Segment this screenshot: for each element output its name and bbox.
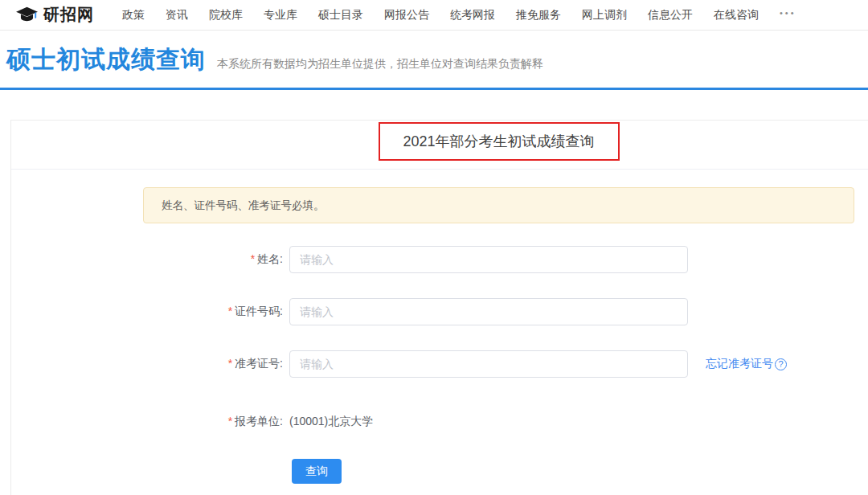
- page-subtitle: 本系统所有数据均为招生单位提供，招生单位对查询结果负责解释: [217, 57, 543, 72]
- nav-item-online-consult[interactable]: 在线咨询: [703, 8, 769, 22]
- nav-item-news[interactable]: 资讯: [155, 8, 199, 22]
- target-university-label: *报考单位:: [11, 415, 289, 429]
- name-input[interactable]: [289, 246, 688, 273]
- admission-ticket-input[interactable]: [289, 350, 688, 378]
- blue-divider: [0, 88, 868, 90]
- required-asterisk: *: [228, 357, 232, 370]
- logo-text: 研招网: [43, 4, 94, 26]
- form-row-id-number: *证件号码:: [11, 298, 868, 325]
- query-card: 2021年部分考生初试成绩查询 姓名、证件号码、准考证号必填。 *姓名: *证件…: [10, 120, 868, 495]
- form-row-admission-ticket: *准考证号: 忘记准考证号?: [11, 350, 868, 378]
- question-mark-icon: ?: [775, 358, 787, 370]
- nav-item-exempt-service[interactable]: 推免服务: [506, 8, 571, 22]
- page-header: 硕士初试成绩查询 本系统所有数据均为招生单位提供，招生单位对查询结果负责解释: [0, 31, 868, 88]
- graduation-cap-icon: [16, 6, 38, 23]
- nav-menu: 政策 资讯 院校库 专业库 硕士目录 网报公告 统考网报 推免服务 网上调剂 信…: [112, 8, 807, 22]
- site-logo[interactable]: 研招网: [16, 4, 94, 26]
- admission-ticket-label: *准考证号:: [11, 357, 289, 371]
- name-label: *姓名:: [11, 252, 289, 267]
- required-asterisk: *: [228, 415, 232, 428]
- form-row-name: *姓名:: [11, 246, 868, 273]
- forgot-ticket-link[interactable]: 忘记准考证号?: [706, 357, 787, 371]
- required-asterisk: *: [251, 252, 255, 265]
- notice-text: 姓名、证件号码、准考证号必填。: [162, 198, 325, 213]
- target-university-value: (10001)北京大学: [289, 415, 373, 429]
- nav-item-unified-exam-report[interactable]: 统考网报: [440, 8, 506, 22]
- red-annotation-box: 2021年部分考生初试成绩查询: [379, 122, 620, 161]
- form-row-target-university: *报考单位: (10001)北京大学: [11, 408, 868, 436]
- page-title: 硕士初试成绩查询: [6, 43, 206, 76]
- nav-item-college-library[interactable]: 院校库: [199, 8, 253, 22]
- nav-item-major-library[interactable]: 专业库: [253, 8, 308, 22]
- query-form: *姓名: *证件号码: *准考证号: 忘记准考证号? *报考单位: (10001…: [11, 246, 868, 484]
- nav-item-master-catalog[interactable]: 硕士目录: [308, 8, 374, 22]
- button-row: 查询: [11, 459, 868, 484]
- id-number-label: *证件号码:: [11, 305, 289, 319]
- id-number-input[interactable]: [289, 298, 688, 325]
- nav-item-policy[interactable]: 政策: [112, 8, 155, 22]
- nav-item-online-report-notice[interactable]: 网报公告: [374, 8, 440, 22]
- top-nav: 研招网 政策 资讯 院校库 专业库 硕士目录 网报公告 统考网报 推免服务 网上…: [0, 0, 868, 31]
- card-header: 2021年部分考生初试成绩查询: [11, 121, 868, 170]
- nav-item-online-adjustment[interactable]: 网上调剂: [571, 8, 637, 22]
- required-fields-notice: 姓名、证件号码、准考证号必填。: [143, 187, 854, 223]
- query-submit-button[interactable]: 查询: [292, 459, 342, 484]
- nav-more-dots[interactable]: •••: [769, 8, 807, 22]
- card-title: 2021年部分考生初试成绩查询: [403, 132, 594, 151]
- nav-item-info-disclosure[interactable]: 信息公开: [637, 8, 703, 22]
- required-asterisk: *: [228, 305, 232, 317]
